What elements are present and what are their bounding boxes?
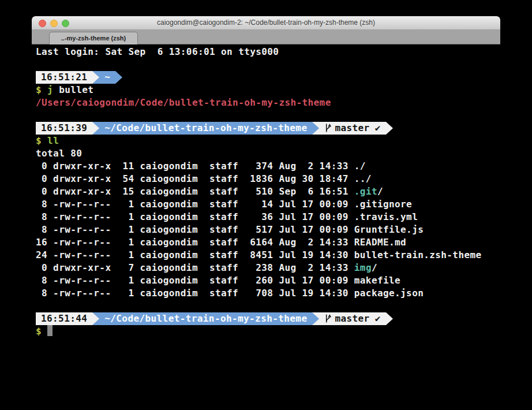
prompt-time-segment: 16:51:39 xyxy=(36,122,92,135)
terminal-line: 16 -rw-r--r-- 1 caiogondim staff 6164 Au… xyxy=(36,236,496,249)
prompt-git-segment: master✔ xyxy=(319,312,385,325)
terminal-line: 8 -rw-r--r-- 1 caiogondim staff 260 Jul … xyxy=(36,274,496,287)
terminal-text: /Users/caiogondim/Code/bullet-train-oh-m… xyxy=(36,97,331,108)
terminal-text: 0 drwxr-xr-x 15 caiogondim staff 510 Sep… xyxy=(36,186,354,197)
git-branch-name: master xyxy=(335,122,369,133)
terminal-line: 8 -rw-r--r-- 1 caiogondim staff 14 Jul 1… xyxy=(36,198,496,211)
titlebar[interactable]: caiogondim@caiogondim-2: ~/Code/bullet-t… xyxy=(32,16,500,30)
tab-bar: ..-my-zsh-theme (zsh) xyxy=(32,30,500,44)
terminal-text: Last login: Sat Sep 6 13:06:01 on ttys00… xyxy=(36,46,279,57)
git-clean-check-icon: ✔ xyxy=(375,313,381,324)
powerline-arrow-icon xyxy=(386,122,393,135)
blank-line xyxy=(36,109,496,122)
prompt-git-segment: master✔ xyxy=(319,122,385,135)
terminal-line: $ ll xyxy=(36,135,496,147)
powerline-arrow-icon xyxy=(386,312,393,325)
git-branch-icon xyxy=(324,123,332,133)
terminal-screen[interactable]: Last login: Sat Sep 6 13:06:01 on ttys00… xyxy=(32,44,500,407)
terminal-text: $ xyxy=(36,135,42,146)
prompt-line: 16:51:21~ xyxy=(36,71,496,84)
minimize-button[interactable] xyxy=(50,20,58,27)
terminal-text: $ xyxy=(36,326,42,337)
tab-my-zsh-theme[interactable]: ..-my-zsh-theme (zsh) xyxy=(49,32,138,44)
terminal-line: $ j bullet xyxy=(36,84,496,96)
terminal-text: total 80 xyxy=(36,148,82,159)
powerline-arrow-icon xyxy=(92,312,99,325)
terminal-line: 24 -rw-r--r-- 1 caiogondim staff 8451 Ju… xyxy=(36,249,496,262)
prompt-path-segment: ~/Code/bullet-train-oh-my-zsh-theme xyxy=(99,312,312,325)
terminal-text: ll xyxy=(47,135,59,146)
terminal-text: bullet xyxy=(53,84,93,95)
terminal-line: 0 drwxr-xr-x 7 caiogondim staff 238 Aug … xyxy=(36,262,496,274)
git-branch-icon xyxy=(324,314,332,323)
prompt-path-segment: ~ xyxy=(99,71,115,84)
terminal-text: / xyxy=(377,186,383,197)
terminal-text: j xyxy=(47,84,53,95)
terminal-line: Last login: Sat Sep 6 13:06:01 on ttys00… xyxy=(36,46,496,58)
terminal-text xyxy=(42,84,47,95)
window-title: caiogondim@caiogondim-2: ~/Code/bullet-t… xyxy=(32,16,500,29)
terminal-line: 8 -rw-r--r-- 1 caiogondim staff 708 Jul … xyxy=(36,287,496,300)
terminal-text: 0 drwxr-xr-x 11 caiogondim staff 374 Aug… xyxy=(36,161,366,172)
terminal-text: / xyxy=(372,262,377,273)
terminal-text: 8 -rw-r--r-- 1 caiogondim staff 517 Jul … xyxy=(36,224,424,235)
terminal-line: 0 drwxr-xr-x 15 caiogondim staff 510 Sep… xyxy=(36,185,496,198)
powerline-arrow-icon xyxy=(115,71,122,84)
powerline-arrow-icon xyxy=(92,71,99,84)
powerline-arrow-icon xyxy=(92,122,99,135)
prompt-line: 16:51:39~/Code/bullet-train-oh-my-zsh-th… xyxy=(36,122,496,135)
terminal-text: 0 drwxr-xr-x 7 caiogondim staff 238 Aug … xyxy=(36,262,354,273)
powerline-arrow-icon xyxy=(312,312,319,325)
terminal-text: $ xyxy=(36,84,42,95)
terminal-line: 0 drwxr-xr-x 11 caiogondim staff 374 Aug… xyxy=(36,160,496,173)
blank-line xyxy=(36,58,496,71)
terminal-text: 8 -rw-r--r-- 1 caiogondim staff 260 Jul … xyxy=(36,275,400,286)
prompt-line: 16:51:44~/Code/bullet-train-oh-my-zsh-th… xyxy=(36,312,496,325)
terminal-text xyxy=(42,326,47,337)
terminal-text: 8 -rw-r--r-- 1 caiogondim staff 36 Jul 1… xyxy=(36,211,418,222)
terminal-text: .git xyxy=(354,186,377,197)
prompt-path-segment: ~/Code/bullet-train-oh-my-zsh-theme xyxy=(99,122,312,135)
terminal-text: img xyxy=(354,262,372,273)
zoom-button[interactable] xyxy=(62,20,69,27)
terminal-line: $ xyxy=(36,325,496,338)
terminal-text: 8 -rw-r--r-- 1 caiogondim staff 708 Jul … xyxy=(36,288,424,299)
close-button[interactable] xyxy=(39,20,46,27)
prompt-time-segment: 16:51:44 xyxy=(36,312,92,325)
git-branch-name: master xyxy=(335,313,369,324)
terminal-text xyxy=(42,135,47,146)
blank-line xyxy=(36,300,496,312)
terminal-text: 0 drwxr-xr-x 54 caiogondim staff 1836 Au… xyxy=(36,173,372,184)
terminal-line: 8 -rw-r--r-- 1 caiogondim staff 517 Jul … xyxy=(36,223,496,236)
terminal-cursor xyxy=(47,325,53,336)
terminal-text: 24 -rw-r--r-- 1 caiogondim staff 8451 Ju… xyxy=(36,249,482,260)
terminal-text: 16 -rw-r--r-- 1 caiogondim staff 6164 Au… xyxy=(36,237,406,248)
terminal-window: caiogondim@caiogondim-2: ~/Code/bullet-t… xyxy=(32,16,500,408)
terminal-text: 8 -rw-r--r-- 1 caiogondim staff 14 Jul 1… xyxy=(36,199,412,210)
terminal-line: /Users/caiogondim/Code/bullet-train-oh-m… xyxy=(36,96,496,109)
traffic-lights xyxy=(39,20,69,27)
prompt-time-segment: 16:51:21 xyxy=(36,71,92,84)
terminal-line: 0 drwxr-xr-x 54 caiogondim staff 1836 Au… xyxy=(36,173,496,185)
git-clean-check-icon: ✔ xyxy=(375,122,381,133)
terminal-line: total 80 xyxy=(36,147,496,160)
terminal-line: 8 -rw-r--r-- 1 caiogondim staff 36 Jul 1… xyxy=(36,211,496,223)
powerline-arrow-icon xyxy=(312,122,319,135)
